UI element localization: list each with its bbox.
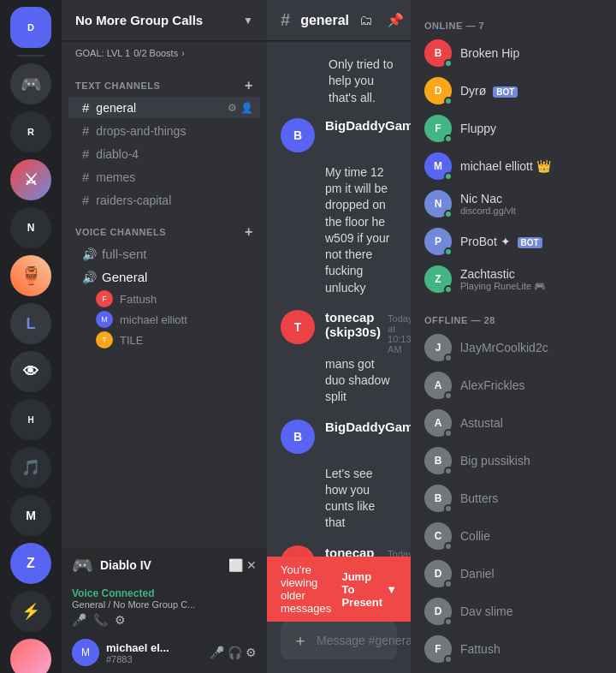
offline-status-indicator: [444, 354, 453, 362]
user-avatar: M: [72, 639, 99, 666]
member-dyro[interactable]: D Dyrø BOT: [418, 72, 609, 110]
username[interactable]: BigDaddyGamer94: [325, 118, 411, 133]
channel-drops-and-things[interactable]: # drops-and-things: [68, 120, 260, 141]
server-icon-10[interactable]: M: [10, 495, 51, 536]
add-channel-button[interactable]: +: [245, 79, 253, 92]
member-name: Fluppy: [460, 122, 602, 135]
username[interactable]: tonecap (skip30s): [325, 545, 381, 557]
channel-memes[interactable]: # memes: [68, 166, 260, 188]
disconnect-icon[interactable]: 📞: [93, 613, 108, 627]
online-section-header: ONLINE — 7: [418, 14, 609, 34]
older-messages-text: You're viewing older messages: [281, 563, 341, 615]
member-name: Astustal: [460, 416, 602, 430]
server-icon-5[interactable]: 🏺: [10, 255, 51, 296]
message-header: tonecap (skip30s) Today at 10:13 AM: [325, 545, 397, 557]
server-icon-6[interactable]: L: [10, 303, 51, 344]
server-icon-12[interactable]: [10, 639, 51, 673]
message-content: BigDaddyGamer94 Today at 10:13 AM My tim…: [325, 118, 397, 296]
timestamp: Today at 10:13 AM: [388, 549, 411, 557]
member-offline-2[interactable]: A AlexFrickles: [418, 366, 609, 404]
member-offline-4[interactable]: B Big pussikish: [418, 442, 609, 479]
member-info: Broken Hip: [460, 46, 602, 60]
member-offline-9[interactable]: F Fattush: [418, 630, 609, 668]
server-icon-7[interactable]: 👁: [10, 351, 51, 392]
username[interactable]: tonecap (skip30s): [325, 310, 381, 339]
member-avatar: D: [424, 560, 452, 587]
user-info: michael el... #7883: [106, 641, 203, 664]
message-content: tonecap (skip30s) Today at 10:13 AM coul…: [325, 545, 397, 557]
message-text: My time 12 pm it will be dropped on the …: [325, 164, 397, 296]
add-voice-channel-button[interactable]: +: [245, 225, 253, 239]
member-avatar: D: [424, 598, 452, 625]
server-name-header[interactable]: No More Group Calls ▼: [62, 0, 267, 41]
settings-icon[interactable]: ⚙: [115, 613, 126, 627]
mic-icon[interactable]: 🎤: [210, 646, 224, 659]
add-file-icon[interactable]: ＋: [291, 622, 310, 659]
server-icon-home[interactable]: D: [10, 7, 51, 48]
member-avatar: F: [96, 290, 113, 307]
maximize-icon[interactable]: ⬜: [228, 558, 243, 572]
online-status-indicator: [444, 172, 453, 181]
user-controls: 🎤 🎧 ⚙: [210, 646, 257, 659]
message-header: tonecap (skip30s) Today at 10:13 AM: [325, 310, 397, 354]
member-offline-7[interactable]: D Daniel: [418, 555, 609, 593]
server-icon-11[interactable]: ⚡: [10, 591, 51, 632]
member-probot[interactable]: P ProBot ✦ BOT: [418, 223, 609, 260]
settings-icon[interactable]: ⚙: [246, 646, 257, 659]
online-status-indicator: [444, 210, 453, 218]
voice-channel-full-sent[interactable]: 🔊 full-sent: [68, 243, 260, 265]
member-offline-1[interactable]: J lJayMrCoolkid2c: [418, 329, 609, 366]
server-icon-4[interactable]: N: [10, 207, 51, 248]
member-avatar: P: [424, 228, 452, 255]
jump-present-label: Jump To Present: [341, 570, 382, 609]
member-offline-5[interactable]: B Butters: [418, 479, 609, 517]
avatar: T: [281, 310, 315, 344]
server-icon-z[interactable]: Z: [10, 543, 51, 584]
mute-icon[interactable]: 🎤: [72, 613, 86, 627]
settings-icon[interactable]: ⚙: [228, 102, 237, 114]
member-michael-elliott[interactable]: M michael elliott 👑: [418, 147, 609, 185]
diablo-info: Diablo IV: [100, 558, 222, 572]
member-offline-6[interactable]: C Collie: [418, 517, 609, 555]
member-offline-10[interactable]: I ImtheDroids_: [418, 668, 609, 673]
member-name: Daniel: [460, 567, 602, 581]
member-name: Big pussikish: [460, 454, 602, 468]
messages-area[interactable]: Only tried to help you that's all. B Big…: [267, 41, 411, 557]
member-name: Butters: [460, 491, 602, 505]
member-name: Nic Nac: [460, 192, 602, 205]
member-offline-3[interactable]: A Astustal: [418, 404, 609, 442]
server-icon-9[interactable]: 🎵: [10, 447, 51, 488]
add-user-icon[interactable]: 👤: [240, 102, 253, 114]
member-fluppy[interactable]: F Fluppy: [418, 110, 609, 147]
server-icon-3[interactable]: ⚔: [10, 159, 51, 200]
boost-section[interactable]: GOAL: LVL 1 0/2 Boosts ›: [62, 41, 267, 65]
member-broken-hip[interactable]: B Broken Hip: [418, 34, 609, 72]
message-text: Let's see how you cunts like that: [325, 466, 397, 532]
member-nic-nac[interactable]: N Nic Nac discord.gg/vlt: [418, 185, 609, 223]
member-name: michael elliott 👑: [460, 159, 602, 173]
server-icon-2[interactable]: R: [10, 111, 51, 152]
online-status-indicator: [444, 285, 453, 294]
message-header: BigDaddyGamer94 Today at 10:13 AM: [325, 118, 397, 163]
channel-raiders-capital[interactable]: # raiders-capital: [68, 189, 260, 211]
older-messages-banner: You're viewing older messages Jump To Pr…: [267, 557, 411, 622]
member-name: Collie: [460, 529, 602, 543]
channel-general[interactable]: # general ⚙ 👤: [68, 97, 260, 118]
voice-channel-general[interactable]: 🔊 General: [68, 266, 260, 288]
jump-to-present-button[interactable]: Jump To Present ▼: [341, 570, 397, 609]
channel-title: general: [300, 13, 349, 28]
server-icon-8[interactable]: H: [10, 399, 51, 440]
server-icon-1[interactable]: 🎮: [10, 63, 51, 104]
thread-icon[interactable]: 🗂: [359, 13, 373, 28]
username[interactable]: BigDaddyGamer94: [325, 420, 411, 434]
close-icon[interactable]: ✕: [246, 558, 257, 572]
member-avatar: N: [424, 190, 452, 217]
member-zachtastic[interactable]: Z Zachtastic Playing RuneLite 🎮: [418, 260, 609, 298]
member-offline-8[interactable]: D Dav slime: [418, 593, 609, 630]
channel-diablo-4[interactable]: # diablo-4: [68, 143, 260, 164]
offline-section-header: OFFLINE — 28: [418, 308, 609, 329]
pin-icon[interactable]: 📌: [387, 12, 404, 28]
member-name: ProBot ✦ BOT: [460, 235, 602, 248]
voice-channel-name: General: [102, 270, 147, 284]
headset-icon[interactable]: 🎧: [228, 646, 242, 659]
